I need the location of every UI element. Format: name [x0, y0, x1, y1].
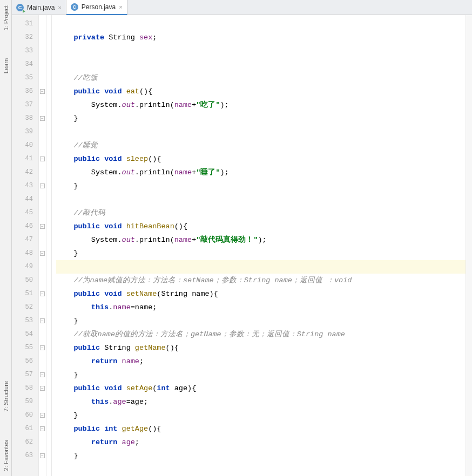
line-number[interactable]: 50: [12, 274, 38, 287]
line-number[interactable]: 46: [12, 220, 38, 233]
fold-marker[interactable]: −: [39, 409, 46, 422]
fold-marker[interactable]: [39, 395, 46, 409]
code-line[interactable]: //为name赋值的方法：方法名：setName；参数：String name；…: [56, 274, 472, 287]
line-number[interactable]: 52: [12, 301, 38, 314]
tab-main-java[interactable]: CMain.java×: [12, 0, 66, 15]
fold-marker[interactable]: −: [39, 422, 46, 436]
code-line[interactable]: [56, 193, 472, 206]
line-number[interactable]: 48: [12, 247, 38, 260]
code-line[interactable]: private String sex;: [56, 31, 472, 44]
toolwindow-favorites[interactable]: 2: Favorites: [0, 437, 11, 474]
fold-marker[interactable]: [39, 193, 46, 206]
code-line[interactable]: [56, 125, 472, 139]
toolwindow-project[interactable]: 1: Project: [0, 2, 11, 33]
code-line[interactable]: public void sleep(){: [56, 152, 472, 166]
fold-marker[interactable]: [39, 17, 46, 31]
close-icon[interactable]: ×: [119, 4, 122, 10]
line-number[interactable]: 62: [12, 436, 38, 449]
fold-marker[interactable]: [39, 166, 46, 179]
line-number-gutter[interactable]: 3132333435363738394041424344454647484950…: [12, 15, 39, 476]
line-number[interactable]: 61: [12, 422, 38, 436]
fold-marker[interactable]: −: [39, 287, 46, 301]
code-line[interactable]: //吃饭: [56, 71, 472, 85]
line-number[interactable]: 35: [12, 71, 38, 85]
line-number[interactable]: 39: [12, 125, 38, 139]
code-line[interactable]: public void setAge(int age){: [56, 382, 472, 395]
toolwindow-learn[interactable]: Learn: [0, 55, 11, 77]
close-icon[interactable]: ×: [58, 4, 61, 11]
line-number[interactable]: 38: [12, 112, 38, 125]
tab-person-java[interactable]: CPerson.java×: [66, 0, 127, 15]
line-number[interactable]: 59: [12, 395, 38, 409]
code-line[interactable]: return age;: [56, 436, 472, 449]
line-number[interactable]: 55: [12, 341, 38, 355]
line-number[interactable]: 41: [12, 152, 38, 166]
fold-marker[interactable]: [39, 355, 46, 368]
line-number[interactable]: 47: [12, 233, 38, 247]
line-number[interactable]: 36: [12, 85, 38, 98]
code-line[interactable]: }: [56, 368, 472, 382]
code-line[interactable]: public String getName(){: [56, 341, 472, 355]
fold-marker[interactable]: −: [39, 368, 46, 382]
fold-marker[interactable]: [39, 274, 46, 287]
fold-marker[interactable]: [39, 206, 46, 220]
error-stripe[interactable]: [466, 15, 472, 476]
code-line[interactable]: }: [56, 449, 472, 463]
line-number[interactable]: 49: [12, 260, 38, 274]
fold-marker[interactable]: [39, 233, 46, 247]
line-number[interactable]: 34: [12, 58, 38, 71]
fold-marker[interactable]: [39, 71, 46, 85]
fold-marker[interactable]: −: [39, 179, 46, 193]
code-line[interactable]: [56, 17, 472, 31]
fold-marker[interactable]: −: [39, 449, 46, 463]
fold-marker[interactable]: −: [39, 152, 46, 166]
fold-marker[interactable]: −: [39, 85, 46, 98]
line-number[interactable]: 51: [12, 287, 38, 301]
code-line[interactable]: return name;: [56, 355, 472, 368]
code-line[interactable]: System.out.println(name+"吃了");: [56, 98, 472, 112]
code-line[interactable]: public int getAge(){: [56, 422, 472, 436]
code-line[interactable]: }: [56, 247, 472, 260]
line-number[interactable]: 56: [12, 355, 38, 368]
line-number[interactable]: 60: [12, 409, 38, 422]
line-number[interactable]: 32: [12, 31, 38, 44]
line-number[interactable]: 31: [12, 17, 38, 31]
code-line[interactable]: }: [56, 112, 472, 125]
fold-gutter[interactable]: −−−−−−−−−−−−−−: [39, 15, 46, 476]
fold-marker[interactable]: [39, 44, 46, 58]
fold-marker[interactable]: [39, 58, 46, 71]
code-line[interactable]: public void hitBeanBean(){: [56, 220, 472, 233]
fold-marker[interactable]: [39, 31, 46, 44]
code-line[interactable]: //睡觉: [56, 139, 472, 152]
fold-marker[interactable]: −: [39, 112, 46, 125]
fold-marker[interactable]: [39, 436, 46, 449]
line-number[interactable]: 43: [12, 179, 38, 193]
line-number[interactable]: 44: [12, 193, 38, 206]
fold-marker[interactable]: −: [39, 314, 46, 328]
code-line[interactable]: //敲代码: [56, 206, 472, 220]
code-line[interactable]: }: [56, 409, 472, 422]
code-line[interactable]: }: [56, 314, 472, 328]
fold-marker[interactable]: −: [39, 382, 46, 395]
line-number[interactable]: 58: [12, 382, 38, 395]
code-line[interactable]: [56, 260, 472, 274]
line-number[interactable]: 54: [12, 328, 38, 341]
fold-marker[interactable]: [39, 125, 46, 139]
line-number[interactable]: 42: [12, 166, 38, 179]
code-line[interactable]: //获取name的值的方法：方法名；getName；参数：无；返回值：Strin…: [56, 328, 472, 341]
code-line[interactable]: public void eat(){: [56, 85, 472, 98]
code-line[interactable]: }: [56, 179, 472, 193]
fold-marker[interactable]: [39, 260, 46, 274]
fold-marker[interactable]: −: [39, 341, 46, 355]
fold-marker[interactable]: [39, 139, 46, 152]
code-line[interactable]: this.name=name;: [56, 301, 472, 314]
fold-marker[interactable]: [39, 301, 46, 314]
line-number[interactable]: 40: [12, 139, 38, 152]
toolwindow-structure[interactable]: 7: Structure: [0, 378, 11, 415]
code-editor[interactable]: private String sex; //吃饭 public void eat…: [56, 15, 472, 476]
fold-marker[interactable]: −: [39, 247, 46, 260]
code-line[interactable]: [56, 58, 472, 71]
fold-marker[interactable]: −: [39, 220, 46, 233]
fold-marker[interactable]: [39, 328, 46, 341]
line-number[interactable]: 37: [12, 98, 38, 112]
